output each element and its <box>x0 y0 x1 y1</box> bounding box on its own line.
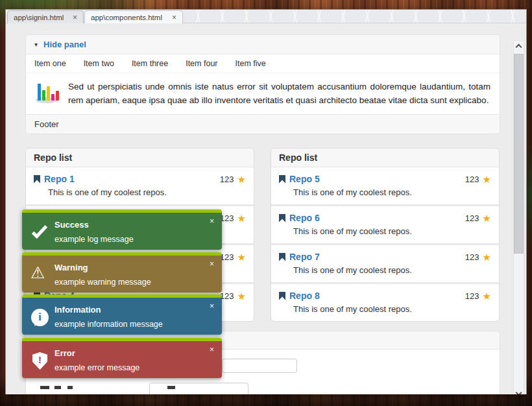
tab-components[interactable]: app\components.html × <box>84 10 183 23</box>
star-count: 123 ★ <box>465 252 491 262</box>
repo-description: This is one of my coolest repos. <box>293 226 491 236</box>
form-input-one[interactable] <box>222 359 297 373</box>
scroll-down-button[interactable] <box>514 389 524 394</box>
panel-nav: Item one Item two Item three Item four I… <box>26 54 500 73</box>
vertical-scrollbar[interactable] <box>513 40 524 394</box>
bookmark-icon <box>279 214 285 222</box>
star-icon[interactable]: ★ <box>237 213 246 223</box>
close-icon[interactable]: × <box>210 302 214 311</box>
repo-item: Repo 6 123 ★ This is one of my coolest r… <box>271 206 499 243</box>
repo-link[interactable]: Repo 6 <box>289 213 320 223</box>
chevron-down-icon: ▾ <box>34 41 38 48</box>
star-count-value: 123 <box>220 213 234 223</box>
check-icon <box>30 213 51 253</box>
nav-item-five[interactable]: Item five <box>236 59 266 68</box>
bookmark-icon <box>279 292 285 300</box>
components-panel: ▾ Hide panel Item one Item two Item thre… <box>25 34 500 134</box>
repo-link[interactable]: Repo 7 <box>289 252 320 262</box>
repo-link[interactable]: Repo 5 <box>289 174 320 184</box>
hide-panel-link[interactable]: Hide panel <box>43 40 86 49</box>
repo-item: Repo 7 123 ★ This is one of my coolest r… <box>271 245 499 282</box>
repo-item: Repo 1 123 ★ This is one of my coolest r… <box>26 167 254 204</box>
repo-item: Repo 5 123 ★ This is one of my coolest r… <box>271 167 499 204</box>
star-icon[interactable]: ★ <box>237 252 246 262</box>
chevron-up-icon <box>516 44 522 51</box>
form-input-two[interactable] <box>149 383 248 394</box>
repo-link[interactable]: Repo 1 <box>44 174 75 184</box>
toast-error: Error example error message × <box>22 338 222 378</box>
clipped-label-fragment <box>167 386 175 389</box>
star-icon[interactable]: ★ <box>483 252 491 262</box>
toast-success: Success example log message × <box>22 209 222 250</box>
star-count-value: 123 <box>465 252 479 262</box>
bar-chart-icon <box>35 80 60 103</box>
nav-item-four[interactable]: Item four <box>186 59 217 68</box>
repo-description: This is one of my coolest repos. <box>293 265 491 275</box>
star-count-value: 123 <box>465 174 479 184</box>
star-count-value: 123 <box>220 291 234 301</box>
toast-message: example log message <box>54 235 214 244</box>
repo-description: This is one of my coolest repos. <box>293 304 491 314</box>
toast-title: Warning <box>54 263 214 272</box>
toast-information: Information example information message … <box>22 294 222 335</box>
info-circle-icon <box>30 298 51 338</box>
nav-item-two[interactable]: Item two <box>84 59 114 68</box>
warning-triangle-icon <box>30 256 51 296</box>
star-count: 123 ★ <box>465 291 491 301</box>
clipped-label-fragment <box>54 386 61 389</box>
page-body: ▾ Hide panel Item one Item two Item thre… <box>6 23 526 394</box>
panel-body: Sed ut perspiciatis unde omnis iste natu… <box>26 73 500 114</box>
tab-label: app\signin.html <box>14 14 64 21</box>
close-icon[interactable]: × <box>210 259 214 269</box>
clipped-label-fragment <box>40 386 49 389</box>
close-icon[interactable]: × <box>172 14 176 21</box>
bookmark-icon <box>279 253 285 261</box>
repo-list-title: Repo list <box>271 149 499 167</box>
shield-exclamation-icon <box>30 341 51 381</box>
toast-message: example warning message <box>54 278 214 287</box>
nav-item-one[interactable]: Item one <box>34 59 66 68</box>
desktop-wallpaper: app\signin.html × app\components.html × … <box>0 0 532 406</box>
chevron-down-icon <box>516 390 522 394</box>
toast-title: Success <box>54 220 214 230</box>
star-count: 123 ★ <box>220 213 246 223</box>
close-icon[interactable]: × <box>73 14 77 21</box>
bookmark-icon <box>34 175 40 184</box>
panel-toggle[interactable]: ▾ Hide panel <box>26 35 500 54</box>
tab-label: app\components.html <box>91 14 162 21</box>
close-icon[interactable]: × <box>210 217 214 226</box>
star-count: 123 ★ <box>220 291 246 301</box>
clipped-label-fragment <box>67 386 73 389</box>
scrollbar-thumb[interactable] <box>514 54 524 254</box>
star-count: 123 ★ <box>465 174 491 184</box>
star-count-value: 123 <box>465 291 479 301</box>
panel-paragraph: Sed ut perspiciatis unde omnis iste natu… <box>68 80 490 107</box>
browser-tab-strip: app\signin.html × app\components.html × <box>6 10 526 23</box>
star-count-value: 123 <box>220 174 234 184</box>
star-count: 123 ★ <box>220 252 246 262</box>
repo-description: This is one of my coolest repos. <box>293 187 491 197</box>
tab-signin[interactable]: app\signin.html × <box>7 10 84 23</box>
repo-list-right: Repo list Repo 5 123 ★ This is one of my <box>271 148 500 322</box>
toast-title: Error <box>54 348 214 358</box>
star-count: 123 ★ <box>220 174 246 184</box>
repo-link[interactable]: Repo 8 <box>289 291 320 301</box>
star-icon[interactable]: ★ <box>237 291 246 301</box>
repo-description: This is one of my coolest repos. <box>48 187 246 197</box>
star-count-value: 123 <box>465 213 479 223</box>
scroll-up-button[interactable] <box>514 41 524 52</box>
nav-item-three[interactable]: Item three <box>132 59 168 68</box>
star-icon[interactable]: ★ <box>483 291 491 301</box>
star-icon[interactable]: ★ <box>237 174 246 184</box>
toast-message: example error message <box>54 363 214 372</box>
star-count: 123 ★ <box>465 213 491 223</box>
star-icon[interactable]: ★ <box>483 213 491 223</box>
bookmark-icon <box>279 175 285 184</box>
close-icon[interactable]: × <box>210 345 214 354</box>
panel-footer: Footer <box>26 114 500 134</box>
toast-warning: Warning example warning message × <box>22 252 222 293</box>
star-count-value: 123 <box>220 252 234 262</box>
toast-title: Information <box>54 305 214 315</box>
star-icon[interactable]: ★ <box>483 174 491 184</box>
repo-item: Repo 8 123 ★ This is one of my coolest r… <box>271 284 499 321</box>
